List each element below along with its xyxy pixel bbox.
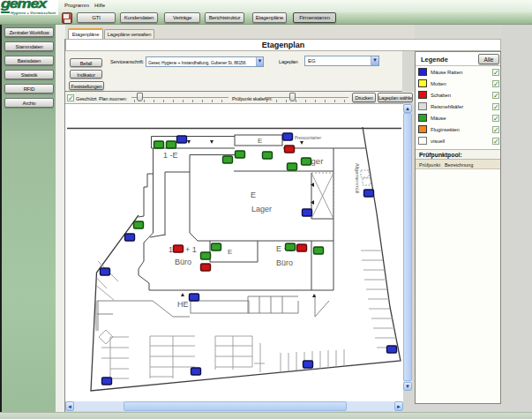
svg-text:1 -E: 1 -E	[163, 151, 178, 160]
svg-text:E: E	[258, 137, 262, 145]
svg-text:Allgemeinmüll: Allgemeinmüll	[355, 163, 360, 193]
svg-text:1: 1	[169, 245, 173, 254]
svg-text:Büro: Büro	[175, 258, 191, 266]
svg-text:HE: HE	[177, 300, 189, 309]
svg-text:+ 1: + 1	[185, 245, 197, 254]
svg-text:Presscontainer: Presscontainer	[295, 136, 322, 140]
svg-text:Büro: Büro	[276, 258, 293, 267]
svg-text:E: E	[251, 191, 256, 199]
svg-text:E: E	[228, 248, 232, 256]
svg-text:Lager: Lager	[251, 205, 272, 213]
